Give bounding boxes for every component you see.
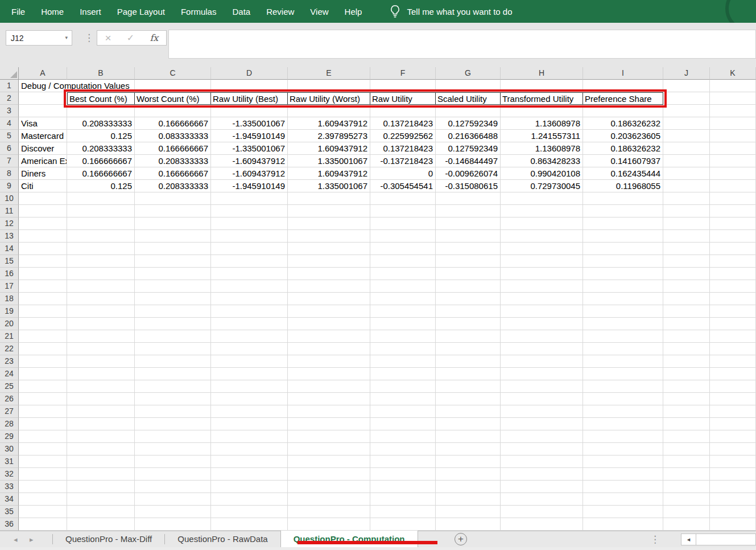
cell-C11[interactable]	[135, 205, 211, 217]
row-header-21[interactable]: 21	[0, 330, 19, 343]
menu-item-page-layout[interactable]: Page Layout	[117, 7, 165, 17]
cell-G17[interactable]	[436, 280, 501, 293]
row-header-23[interactable]: 23	[0, 355, 19, 368]
cell-H21[interactable]	[501, 330, 583, 343]
cell-E23[interactable]	[288, 355, 370, 368]
cell-J16[interactable]	[663, 268, 710, 280]
cell-G35[interactable]	[436, 506, 501, 518]
cell-J18[interactable]	[663, 293, 710, 305]
cell-D18[interactable]	[211, 293, 288, 305]
cell-C27[interactable]	[135, 405, 211, 418]
menu-item-help[interactable]: Help	[345, 7, 362, 17]
cell-K12[interactable]	[710, 217, 756, 230]
row-header-20[interactable]: 20	[0, 318, 19, 330]
cell-J34[interactable]	[663, 493, 710, 506]
cell-G2[interactable]: Scaled Utility	[436, 92, 501, 105]
cell-I23[interactable]	[583, 355, 663, 368]
cell-H28[interactable]	[501, 418, 583, 430]
cell-E6[interactable]: 1.609437912	[288, 142, 370, 155]
cell-F22[interactable]	[370, 343, 436, 355]
cell-B4[interactable]: 0.208333333	[67, 117, 135, 130]
cell-D14[interactable]	[211, 243, 288, 255]
cell-K15[interactable]	[710, 255, 756, 268]
cell-H3[interactable]	[501, 105, 583, 117]
row-header-3[interactable]: 3	[0, 105, 19, 117]
cell-K10[interactable]	[710, 192, 756, 205]
cell-F9[interactable]: -0.305454541	[370, 180, 436, 192]
cell-F13[interactable]	[370, 230, 436, 243]
cell-H22[interactable]	[501, 343, 583, 355]
cell-J4[interactable]	[663, 117, 710, 130]
cell-I6[interactable]: 0.186326232	[583, 142, 663, 155]
cell-B12[interactable]	[67, 217, 135, 230]
cell-J2[interactable]	[663, 92, 710, 105]
row-header-14[interactable]: 14	[0, 243, 19, 255]
cell-H17[interactable]	[501, 280, 583, 293]
cell-D28[interactable]	[211, 418, 288, 430]
cell-D32[interactable]	[211, 468, 288, 481]
cell-F21[interactable]	[370, 330, 436, 343]
cell-F14[interactable]	[370, 243, 436, 255]
cell-G22[interactable]	[436, 343, 501, 355]
cell-I13[interactable]	[583, 230, 663, 243]
cell-B3[interactable]	[67, 105, 135, 117]
cell-F25[interactable]	[370, 380, 436, 393]
row-header-18[interactable]: 18	[0, 293, 19, 305]
cell-A6[interactable]: Discover	[19, 142, 67, 155]
cell-E19[interactable]	[288, 305, 370, 318]
cell-G8[interactable]: -0.009626074	[436, 167, 501, 180]
cell-H13[interactable]	[501, 230, 583, 243]
cell-K1[interactable]	[710, 80, 756, 92]
row-header-4[interactable]: 4	[0, 117, 19, 130]
cell-F34[interactable]	[370, 493, 436, 506]
cell-C10[interactable]	[135, 192, 211, 205]
cell-J5[interactable]	[663, 130, 710, 142]
cell-E20[interactable]	[288, 318, 370, 330]
cell-C17[interactable]	[135, 280, 211, 293]
cell-E9[interactable]: 1.335001067	[288, 180, 370, 192]
cell-G4[interactable]: 0.127592349	[436, 117, 501, 130]
cell-F18[interactable]	[370, 293, 436, 305]
cell-F1[interactable]	[370, 80, 436, 92]
cell-C18[interactable]	[135, 293, 211, 305]
cell-K34[interactable]	[710, 493, 756, 506]
cell-I3[interactable]	[583, 105, 663, 117]
cell-A31[interactable]	[19, 455, 67, 468]
cell-A8[interactable]: Diners	[19, 167, 67, 180]
cell-F19[interactable]	[370, 305, 436, 318]
cell-J14[interactable]	[663, 243, 710, 255]
row-header-29[interactable]: 29	[0, 430, 19, 443]
cell-B8[interactable]: 0.166666667	[67, 167, 135, 180]
cell-E18[interactable]	[288, 293, 370, 305]
cell-D11[interactable]	[211, 205, 288, 217]
cell-C25[interactable]	[135, 380, 211, 393]
cell-G23[interactable]	[436, 355, 501, 368]
cell-F8[interactable]: 0	[370, 167, 436, 180]
cell-F27[interactable]	[370, 405, 436, 418]
cell-B10[interactable]	[67, 192, 135, 205]
cell-C26[interactable]	[135, 393, 211, 405]
cell-I15[interactable]	[583, 255, 663, 268]
row-header-11[interactable]: 11	[0, 205, 19, 217]
cell-F30[interactable]	[370, 443, 436, 455]
cell-G21[interactable]	[436, 330, 501, 343]
column-header-C[interactable]: C	[135, 67, 211, 80]
cell-B18[interactable]	[67, 293, 135, 305]
cell-F11[interactable]	[370, 205, 436, 217]
cell-G3[interactable]	[436, 105, 501, 117]
cell-A13[interactable]	[19, 230, 67, 243]
cell-C35[interactable]	[135, 506, 211, 518]
row-header-1[interactable]: 1	[0, 80, 19, 92]
cell-B23[interactable]	[67, 355, 135, 368]
cell-A3[interactable]	[19, 105, 67, 117]
cell-I29[interactable]	[583, 430, 663, 443]
cell-F12[interactable]	[370, 217, 436, 230]
cell-G5[interactable]: 0.216366488	[436, 130, 501, 142]
cell-B9[interactable]: 0.125	[67, 180, 135, 192]
cell-K22[interactable]	[710, 343, 756, 355]
menu-item-review[interactable]: Review	[266, 7, 294, 17]
cell-B11[interactable]	[67, 205, 135, 217]
cell-I7[interactable]: 0.141607937	[583, 155, 663, 167]
row-header-30[interactable]: 30	[0, 443, 19, 455]
cell-H34[interactable]	[501, 493, 583, 506]
